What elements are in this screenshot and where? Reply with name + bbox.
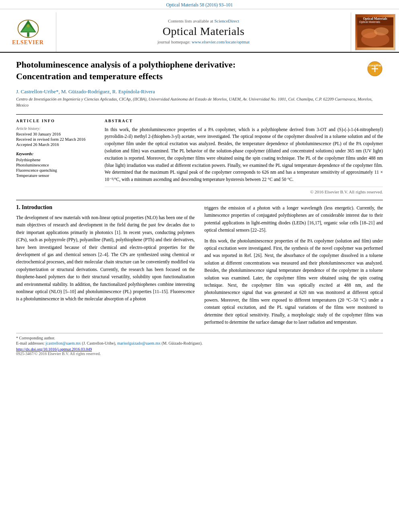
section1-right-text-2: In this work, the photoluminescence prop… — [204, 237, 383, 326]
elsevier-wordmark: ELSEVIER — [12, 39, 44, 46]
article-info-panel: ARTICLE INFO Article history: Received 3… — [16, 119, 97, 195]
email-link-2[interactable]: marisolguizado@uaem.mx — [117, 341, 160, 345]
copyright-line: © 2016 Elsevier B.V. All rights reserved… — [105, 187, 383, 194]
crossmark-icon: CrossMark — [367, 61, 383, 77]
affiliation: Centro de Investigación en Ingeniería y … — [16, 97, 383, 108]
doi-link[interactable]: http://dx.doi.org/10.1016/j.optmat.2016.… — [16, 347, 92, 351]
body-col-left: 1. Introduction The development of new m… — [16, 204, 195, 329]
cover-art: Optical Materials — [357, 17, 393, 47]
section1-left-text: The development of new materials with no… — [16, 214, 195, 303]
title-row: Photoluminescence analysis of a polythio… — [16, 59, 383, 88]
cover-thumbnail: Optical Materials Optical Materials — [355, 14, 395, 50]
abstract-panel: ABSTRACT In this work, the photoluminesc… — [105, 119, 383, 195]
elsevier-logo: ELSEVIER — [12, 18, 44, 46]
journal-homepage-link[interactable]: www.elsevier.com/locate/optmat — [191, 39, 249, 44]
keyword-2: Photoluminescence — [16, 163, 97, 167]
info-abstract-section: ARTICLE INFO Article history: Received 3… — [16, 114, 383, 195]
keywords-label: Keywords: — [16, 152, 97, 156]
keyword-3: Fluorescence quenching — [16, 168, 97, 173]
svg-text:Optical Materials: Optical Materials — [359, 21, 380, 24]
body-content: 1. Introduction The development of new m… — [16, 204, 383, 329]
journal-title: Optical Materials — [162, 25, 245, 38]
journal-title-section: Contents lists available at ScienceDirec… — [56, 12, 351, 52]
section1-right-text: triggers the emission of a photon with a… — [204, 204, 383, 234]
article-info-header: ARTICLE INFO — [16, 119, 97, 123]
journal-reference-bar: Optical Materials 58 (2016) 93–101 — [0, 0, 399, 9]
journal-cover-image: Optical Materials Optical Materials — [351, 12, 399, 52]
journal-header: ELSEVIER Contents lists available at Sci… — [0, 9, 399, 53]
footnote-section: * Corresponding author. E-mail addresses… — [16, 333, 383, 356]
email-link[interactable]: jcastrellon@uaem.mx — [45, 341, 81, 345]
svg-point-8 — [374, 27, 389, 35]
section1-title: 1. Introduction — [16, 204, 195, 211]
abstract-header: ABSTRACT — [105, 119, 383, 123]
body-col-right: triggers the emission of a photon with a… — [204, 204, 383, 329]
doi-line: http://dx.doi.org/10.1016/j.optmat.2016.… — [16, 347, 383, 351]
svg-rect-0 — [27, 33, 29, 37]
sciencedirect-link[interactable]: ScienceDirect — [214, 18, 239, 23]
keyword-1: Polythiophene — [16, 158, 97, 162]
main-content: Photoluminescence analysis of a polythio… — [0, 53, 399, 364]
issn-line: 0925-3467/© 2016 Elsevier B.V. All right… — [16, 351, 383, 356]
article-title: Photoluminescence analysis of a polythio… — [16, 59, 236, 85]
revised-date: Received in revised form 22 March 2016 — [16, 137, 97, 142]
received-date: Received 30 January 2016 — [16, 132, 97, 136]
corresponding-author-note: * Corresponding author. — [16, 336, 383, 340]
authors-line: J. Castrellon-Uribe*, M. Güizado-Rodrígu… — [16, 88, 383, 95]
sciencedirect-link-line: Contents lists available at ScienceDirec… — [168, 18, 239, 23]
journal-ref-text: Optical Materials 58 (2016) 93–101 — [166, 2, 232, 7]
email-footnote: E-mail addresses: jcastrellon@uaem.mx (J… — [16, 341, 383, 345]
keyword-4: Temperature sensor — [16, 173, 97, 178]
abstract-text: In this work, the photoluminescence prop… — [105, 126, 383, 184]
cover-label: Optical Materials — [357, 17, 393, 21]
journal-homepage-line: journal homepage: www.elsevier.com/locat… — [158, 39, 250, 44]
accepted-date: Accepted 26 March 2016 — [16, 142, 97, 147]
history-label: Article history: — [16, 126, 97, 131]
elsevier-logo-section: ELSEVIER — [0, 12, 56, 52]
elsevier-tree-icon — [16, 18, 40, 39]
section-divider — [16, 200, 383, 200]
svg-point-4 — [27, 25, 29, 27]
keywords-section: Keywords: Polythiophene Photoluminescenc… — [16, 152, 97, 178]
